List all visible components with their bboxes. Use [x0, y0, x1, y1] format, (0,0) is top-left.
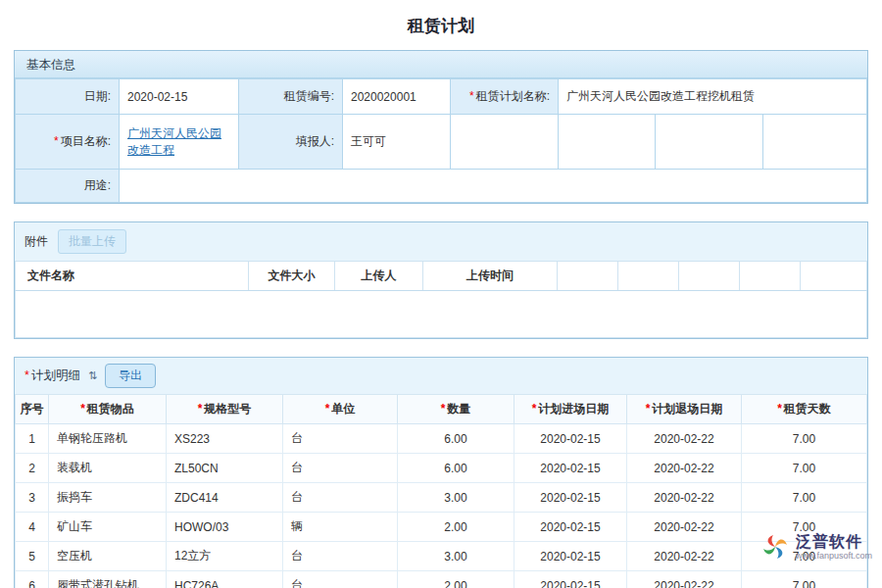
table-cell: 振捣车: [49, 483, 167, 513]
reporter-value: 王可可: [343, 115, 451, 170]
field-label: 用途:: [84, 178, 111, 192]
required-mark: *: [441, 402, 446, 416]
vendor-watermark: 泛普软件 www.fanpusoft.com: [760, 532, 872, 562]
table-row: 3振捣车ZDC414台3.002020-02-152020-02-227.00: [16, 483, 867, 513]
table-cell: XS223: [167, 424, 283, 454]
table-cell: 7.00: [742, 483, 867, 513]
table-cell: 4: [16, 513, 49, 542]
attachments-header-row: 文件名称 文件大小 上传人 上传时间: [16, 262, 867, 291]
attachments-table: 文件名称 文件大小 上传人 上传时间: [15, 261, 867, 291]
table-row: 5空压机12立方台3.002020-02-152020-02-227.00: [16, 542, 867, 571]
watermark-brand: 泛普软件: [796, 533, 872, 551]
table-cell: 2.00: [398, 571, 514, 588]
field-label: 租赁计划名称:: [476, 89, 550, 103]
table-cell: HOWO/03: [167, 513, 283, 542]
table-cell: HC726A: [167, 571, 283, 588]
table-row: 6履带式潜孔钻机HC726A台2.002020-02-152020-02-227…: [16, 571, 867, 588]
plan-detail-header-row: 序号*租赁物品*规格型号*单位*数量*计划进场日期*计划退场日期*租赁天数: [16, 395, 867, 424]
attachments-empty-area: [15, 291, 867, 338]
column-header: *计划退场日期: [627, 395, 742, 424]
required-mark: *: [469, 89, 474, 103]
table-cell: 2020-02-22: [627, 542, 742, 571]
export-button[interactable]: 导出: [105, 364, 156, 388]
column-header: 序号: [16, 395, 49, 424]
basic-info-table: 日期: 2020-02-15 租赁编号: 2020020001 *租赁计划名称:…: [15, 78, 867, 203]
page-title: 租赁计划: [0, 0, 882, 50]
column-header: 上传时间: [423, 262, 558, 291]
basic-info-section: 基本信息 日期: 2020-02-15 租赁编号: 2020020001 *租赁…: [14, 50, 868, 204]
table-row: 日期: 2020-02-15 租赁编号: 2020020001 *租赁计划名称:…: [16, 79, 867, 115]
plan-name-value: 广州天河人民公园改造工程挖机租赁: [559, 79, 867, 115]
watermark-text: 泛普软件 www.fanpusoft.com: [796, 533, 872, 562]
table-cell: 2020-02-15: [514, 454, 627, 483]
required-mark: *: [325, 402, 330, 416]
column-header: 上传人: [335, 262, 423, 291]
table-cell: 1: [16, 424, 49, 454]
required-mark: *: [54, 134, 59, 148]
table-cell: 履带式潜孔钻机: [49, 571, 167, 588]
table-cell: 2.00: [398, 513, 514, 542]
table-cell: 空压机: [49, 542, 167, 571]
table-cell: 单钢轮压路机: [49, 424, 167, 454]
sort-icon[interactable]: ⇅: [88, 369, 97, 382]
empty-cell: [763, 115, 867, 170]
plan-detail-section-title: *计划明细: [24, 368, 80, 384]
project-label: *项目名称:: [16, 115, 120, 170]
table-row: 1单钢轮压路机XS223台6.002020-02-152020-02-227.0…: [16, 424, 867, 454]
table-cell: 2020-02-22: [627, 483, 742, 513]
table-row: 4矿山车HOWO/03辆2.002020-02-152020-02-227.00: [16, 513, 867, 542]
batch-upload-button[interactable]: 批量上传: [58, 229, 126, 254]
table-cell: 2: [16, 454, 49, 483]
table-cell: 台: [283, 424, 398, 454]
date-label: 日期:: [16, 79, 120, 115]
table-cell: 2020-02-22: [627, 454, 742, 483]
column-header: *租赁天数: [742, 395, 867, 424]
table-cell: 6: [16, 571, 49, 588]
table-cell: 2020-02-15: [514, 571, 627, 588]
table-cell: 台: [283, 454, 398, 483]
plan-detail-table: 序号*租赁物品*规格型号*单位*数量*计划进场日期*计划退场日期*租赁天数 1单…: [15, 394, 867, 588]
table-row: *项目名称: 广州天河人民公园改造工程 填报人: 王可可: [16, 115, 867, 170]
table-cell: 装载机: [49, 454, 167, 483]
attachments-section-title: 附件: [24, 233, 48, 250]
field-label: 日期:: [84, 89, 111, 103]
table-cell: 6.00: [398, 454, 514, 483]
table-cell: 2020-02-22: [627, 424, 742, 454]
required-mark: *: [198, 402, 203, 416]
empty-column-header: [618, 262, 679, 291]
rental-plan-page: 租赁计划 基本信息 日期: 2020-02-15 租赁编号: 202002000…: [0, 0, 882, 588]
basic-info-section-header: 基本信息: [15, 51, 867, 78]
table-cell: 2020-02-15: [514, 542, 627, 571]
column-header: *计划进场日期: [514, 395, 627, 424]
empty-column-header: [558, 262, 618, 291]
column-header: *规格型号: [167, 395, 283, 424]
empty-column-header: [801, 262, 867, 291]
purpose-value: [120, 170, 867, 203]
table-cell: 7.00: [742, 571, 867, 588]
plan-name-label: *租赁计划名称:: [451, 79, 559, 115]
table-cell: 3.00: [398, 542, 514, 571]
required-mark: *: [24, 368, 29, 382]
column-header: *租赁物品: [49, 395, 167, 424]
project-link[interactable]: 广州天河人民公园改造工程: [127, 126, 221, 157]
table-cell: 3: [16, 483, 49, 513]
table-cell: 台: [283, 542, 398, 571]
column-header: *数量: [398, 395, 514, 424]
table-cell: 辆: [283, 513, 398, 542]
plan-detail-section: *计划明细 ⇅ 导出 序号*租赁物品*规格型号*单位*数量*计划进场日期*计划退…: [14, 357, 868, 588]
table-cell: 7.00: [742, 424, 867, 454]
column-header: *单位: [283, 395, 398, 424]
required-mark: *: [80, 402, 85, 416]
required-mark: *: [646, 402, 651, 416]
column-header: 文件名称: [16, 262, 249, 291]
table-row: 2装载机ZL50CN台6.002020-02-152020-02-227.00: [16, 454, 867, 483]
purpose-label: 用途:: [16, 170, 120, 203]
empty-cell: [656, 115, 763, 170]
empty-cell: [559, 115, 656, 170]
table-cell: 2020-02-22: [627, 513, 742, 542]
attachments-section: 附件 批量上传 文件名称 文件大小 上传人 上传时间: [14, 221, 868, 339]
section-title-text: 计划明细: [31, 368, 80, 382]
rental-no-label: 租赁编号:: [239, 79, 343, 115]
plan-detail-toolbar: *计划明细 ⇅ 导出: [15, 358, 867, 394]
project-value: 广州天河人民公园改造工程: [120, 115, 239, 170]
